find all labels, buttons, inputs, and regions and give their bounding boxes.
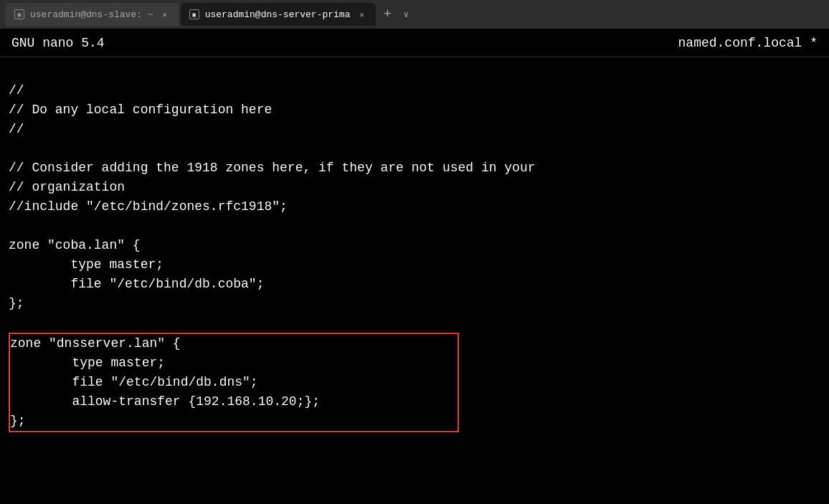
nano-app-title: GNU nano 5.4 [11, 36, 105, 50]
editor-line: // Do any local configuration here [9, 100, 820, 120]
terminal-icon-active: ▣ [189, 9, 199, 19]
tab-dns-primary-close[interactable]: ✕ [356, 9, 367, 20]
editor-line-highlighted: allow-transfer {192.168.10.20;}; [10, 392, 458, 412]
editor-line-highlighted: file "/etc/bind/db.dns"; [10, 373, 458, 392]
tab-chevron-button[interactable]: ∨ [399, 7, 413, 22]
editor-line: }; [9, 294, 820, 313]
editor-line-highlighted: zone "dnsserver.lan" { [10, 334, 458, 353]
editor-line: //include "/etc/bind/zones.rfc1918"; [9, 197, 820, 217]
editor-line-highlighted: type master; [10, 353, 458, 373]
tab-bar: ▣ useradmin@dns-slave: ~ ✕ ▣ useradmin@d… [0, 0, 829, 29]
editor-area[interactable]: //// Do any local configuration here// /… [0, 57, 829, 504]
editor-line: file "/etc/bind/db.coba"; [9, 275, 820, 294]
editor-line: type master; [9, 255, 820, 275]
editor-line: zone "coba.lan" { [9, 236, 820, 255]
highlighted-zone-block: zone "dnsserver.lan" { type master; file… [9, 333, 459, 432]
tab-dns-slave-close[interactable]: ✕ [159, 9, 171, 20]
tab-dns-slave[interactable]: ▣ useradmin@dns-slave: ~ ✕ [6, 3, 179, 26]
editor-line-highlighted: }; [10, 412, 458, 431]
editor-line [9, 139, 820, 158]
editor-line: // organization [9, 178, 820, 197]
editor-line [9, 313, 820, 333]
terminal-icon: ▣ [14, 9, 24, 19]
tab-dns-primary[interactable]: ▣ useradmin@dns-server-prima ✕ [181, 3, 376, 26]
tab-add-button[interactable]: + [377, 4, 397, 24]
editor-line: // [9, 81, 820, 100]
tab-dns-slave-label: useradmin@dns-slave: ~ [30, 9, 153, 20]
editor-line: // Consider adding the 1918 zones here, … [9, 158, 820, 178]
tab-dns-primary-label: useradmin@dns-server-prima [205, 9, 351, 20]
editor-line: // [9, 120, 820, 139]
nano-header: GNU nano 5.4 named.conf.local * [0, 29, 829, 57]
nano-file-title: named.conf.local * [678, 36, 818, 50]
editor-line [9, 217, 820, 236]
